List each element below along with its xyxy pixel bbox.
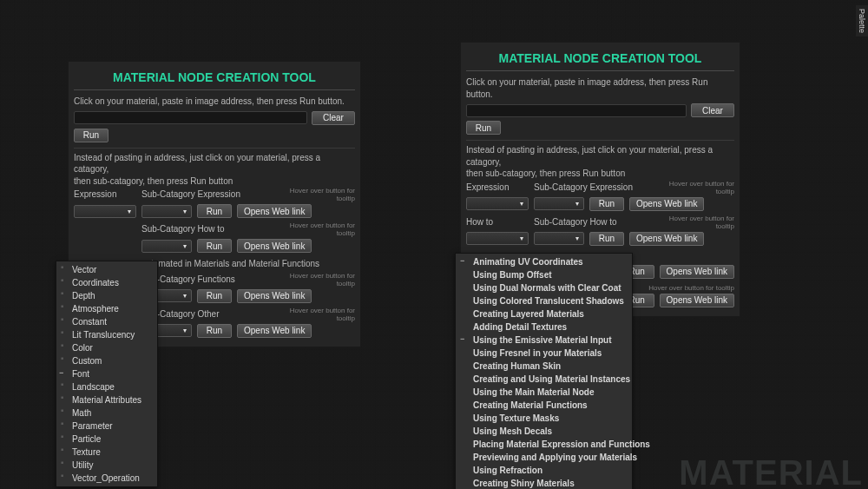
dropdown-item-label: Using Refraction: [473, 466, 542, 475]
dropdown-item[interactable]: Vector: [56, 263, 157, 276]
dropdown-item-label: Placing Material Expression and Function…: [473, 439, 650, 449]
dropdown-item[interactable]: Math: [56, 406, 157, 420]
dropdown-item[interactable]: Using Refraction: [456, 464, 632, 477]
expand-icon: −: [460, 256, 464, 265]
sub-expression-select[interactable]: ▾: [534, 197, 584, 210]
howto-label: [74, 224, 141, 237]
dropdown-item-label: Using Dual Normals with Clear Coat: [473, 283, 621, 293]
chevron-down-icon: ▾: [183, 208, 187, 215]
instruction-line-2b: then sub-catagory, then press Run button: [74, 175, 355, 188]
open-web-button[interactable]: Opens Web link: [660, 294, 734, 307]
tooltip-hint: Hover over button for tooltip: [272, 307, 355, 322]
dropdown-item[interactable]: Creating Material Functions: [456, 399, 632, 412]
dropdown-item[interactable]: Custom: [56, 354, 157, 367]
expression-dropdown[interactable]: VectorCoordinatesDepthAtmosphereConstant…: [56, 261, 158, 487]
dropdown-item-label: Landscape: [72, 382, 115, 392]
clear-button[interactable]: Clear: [691, 103, 734, 117]
dropdown-item-label: Particle: [72, 434, 101, 444]
run-button[interactable]: Run: [74, 129, 108, 142]
dropdown-item-label: Using Bump Offset: [473, 270, 552, 280]
panel-title: MATERIAL NODE CREATION TOOL: [74, 67, 355, 90]
dropdown-item[interactable]: Creating Human Skin: [456, 360, 632, 373]
dropdown-item[interactable]: Constant: [56, 315, 157, 328]
instruction-line-1: Click on your material, paste in image a…: [74, 96, 355, 108]
dropdown-item[interactable]: Using Fresnel in your Materials: [456, 347, 632, 360]
clear-button[interactable]: Clear: [312, 111, 355, 125]
dropdown-item-label: Adding Detail Textures: [473, 322, 567, 332]
instruction-line-1: Click on your material, paste in image a…: [466, 76, 734, 100]
expression-select[interactable]: ▾: [466, 197, 529, 210]
expression-select[interactable]: ▾: [74, 205, 136, 218]
dropdown-item[interactable]: −Font: [56, 367, 157, 380]
tooltip-hint: Hover over button for tooltip: [272, 272, 355, 287]
open-web-button[interactable]: Opens Web link: [237, 289, 312, 303]
dropdown-item[interactable]: Using Texture Masks: [456, 412, 632, 425]
tooltip-hint: Hover over button for tooltip: [648, 284, 734, 292]
dropdown-item[interactable]: Previewing and Applying your Materials: [456, 451, 632, 464]
dropdown-item-label: Using Fresnel in your Materials: [473, 348, 602, 358]
dropdown-item[interactable]: Placing Material Expression and Function…: [456, 438, 632, 451]
dropdown-item-label: Depth: [72, 291, 95, 301]
dropdown-item[interactable]: Using Dual Normals with Clear Coat: [456, 281, 632, 294]
open-web-button[interactable]: Opens Web link: [629, 232, 704, 246]
open-web-button[interactable]: Opens Web link: [237, 324, 312, 338]
dropdown-item[interactable]: Texture: [56, 446, 157, 459]
dropdown-item-label: Math: [72, 408, 91, 418]
howto-dropdown[interactable]: −Animating UV CoordinatesUsing Bump Offs…: [455, 253, 633, 489]
dropdown-item[interactable]: Depth: [56, 289, 157, 302]
dropdown-item[interactable]: −Using the Emissive Material Input: [456, 334, 632, 347]
dropdown-item[interactable]: Color: [56, 341, 157, 354]
open-web-button[interactable]: Opens Web link: [237, 204, 312, 218]
sub-howto-select[interactable]: ▾: [141, 240, 192, 253]
dropdown-item[interactable]: Vector_Operation: [56, 472, 157, 485]
dropdown-item[interactable]: Particle: [56, 433, 157, 446]
run-button[interactable]: Run: [466, 121, 501, 135]
run-button[interactable]: Run: [197, 324, 232, 338]
expand-icon: −: [59, 368, 63, 377]
dropdown-item[interactable]: Coordinates: [56, 276, 157, 289]
dropdown-item-label: Using the Emissive Material Input: [473, 335, 611, 345]
open-web-button[interactable]: Opens Web link: [629, 197, 704, 211]
sub-howto-select[interactable]: ▾: [534, 232, 584, 245]
dropdown-item[interactable]: Material Attributes: [56, 393, 157, 406]
dropdown-item[interactable]: Creating Shiny Materials: [456, 477, 632, 489]
dropdown-item-label: Creating Layered Materials: [473, 309, 584, 319]
dropdown-item[interactable]: Using Mesh Decals: [456, 425, 632, 438]
dropdown-item[interactable]: Adding Detail Textures: [456, 320, 632, 334]
dropdown-item[interactable]: Using the Main Material Node: [456, 386, 632, 399]
dropdown-item[interactable]: Atmosphere: [56, 302, 157, 315]
dropdown-item[interactable]: Creating Layered Materials: [456, 307, 632, 320]
dropdown-item-label: Color: [72, 343, 93, 353]
howto-select[interactable]: ▾: [466, 232, 529, 245]
sub-other-label: Sub-Catagory Other: [141, 309, 272, 322]
dropdown-item-label: Using Texture Masks: [473, 413, 559, 423]
sub-howto-label: Sub-Catagory How to: [534, 217, 664, 230]
run-button[interactable]: Run: [197, 239, 232, 253]
dropdown-item-label: Animating UV Coordinates: [473, 257, 583, 267]
chevron-down-icon: ▾: [575, 200, 579, 208]
dropdown-item-label: Vector: [72, 265, 96, 274]
chevron-down-icon: ▾: [183, 327, 187, 334]
dropdown-item[interactable]: Landscape: [56, 380, 157, 393]
palette-tab[interactable]: Palette: [856, 5, 868, 36]
dropdown-item-label: Atmosphere: [72, 304, 119, 314]
open-web-button[interactable]: Opens Web link: [660, 265, 734, 279]
dropdown-item[interactable]: Creating and Using Material Instances: [456, 373, 632, 386]
dropdown-item-label: Creating and Using Material Instances: [473, 374, 630, 384]
address-input[interactable]: [466, 104, 687, 117]
howto-label: How to: [466, 217, 534, 230]
run-button[interactable]: Run: [197, 289, 232, 303]
sub-expression-select[interactable]: ▾: [141, 205, 192, 218]
dropdown-item[interactable]: −Animating UV Coordinates: [456, 255, 632, 268]
run-button[interactable]: Run: [589, 197, 624, 211]
run-button[interactable]: Run: [197, 204, 232, 218]
dropdown-item[interactable]: Using Colored Translucent Shadows: [456, 294, 632, 307]
dropdown-item[interactable]: Parameter: [56, 420, 157, 433]
dropdown-item-label: Using Mesh Decals: [473, 426, 552, 436]
dropdown-item[interactable]: Using Bump Offset: [456, 268, 632, 281]
address-input[interactable]: [74, 111, 307, 124]
dropdown-item[interactable]: Utility: [56, 459, 157, 472]
run-button[interactable]: Run: [589, 232, 624, 246]
open-web-button[interactable]: Opens Web link: [237, 239, 312, 253]
dropdown-item[interactable]: Lit Translucency: [56, 328, 157, 341]
